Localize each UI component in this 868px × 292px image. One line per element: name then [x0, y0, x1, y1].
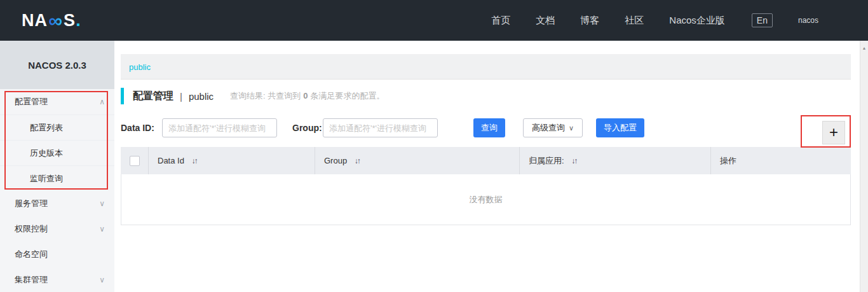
- version-label: NACOS 2.0.3: [0, 41, 114, 89]
- advanced-search-label: 高级查询: [532, 123, 565, 132]
- result-suffix: 条满足要求的配置。: [311, 91, 385, 101]
- infinity-icon: ∞: [48, 11, 63, 31]
- sort-icon[interactable]: ↓↑: [571, 156, 576, 165]
- data-id-input[interactable]: [162, 118, 277, 137]
- sidebar-item-namespace[interactable]: 命名空间: [0, 242, 114, 267]
- top-nav: 首页 文档 博客 社区 Nacos企业版 En nacos: [466, 13, 868, 27]
- sidebar-item-label: 权限控制: [15, 224, 48, 233]
- chevron-down-icon: ∨: [99, 267, 105, 292]
- query-result-text: 查询结果: 共查询到0条满足要求的配置。: [230, 90, 384, 102]
- vertical-scrollbar[interactable]: ▲: [860, 41, 868, 292]
- nav-item-community[interactable]: 社区: [625, 15, 644, 27]
- sort-icon[interactable]: ↓↑: [355, 156, 360, 165]
- top-header: NA∞S. 首页 文档 博客 社区 Nacos企业版 En nacos: [0, 0, 868, 41]
- group-input[interactable]: [323, 118, 438, 137]
- nav-item-docs[interactable]: 文档: [536, 15, 555, 27]
- group-label: Group:: [292, 118, 322, 138]
- search-button[interactable]: 查询: [473, 118, 505, 137]
- nav-item-blog[interactable]: 博客: [580, 15, 599, 27]
- sidebar-item-label: 服务管理: [15, 198, 48, 208]
- sidebar-item-config-list[interactable]: 配置列表: [0, 115, 114, 140]
- add-config-button[interactable]: +: [822, 121, 845, 144]
- sidebar: NACOS 2.0.3 配置管理 ∧ 配置列表 历史版本 监听查询 服务管理 ∨…: [0, 41, 114, 292]
- empty-state-text: 没有数据: [470, 194, 503, 205]
- config-table: Data Id ↓↑ Group ↓↑ 归属应用: ↓↑ 操作 没有数据: [121, 147, 851, 225]
- nacos-logo[interactable]: NA∞S.: [22, 11, 81, 31]
- column-label: Group: [324, 156, 347, 165]
- title-accent-bar: [121, 88, 124, 104]
- title-namespace: public: [189, 91, 214, 102]
- import-config-button[interactable]: 导入配置: [596, 118, 644, 137]
- sidebar-item-cluster-management[interactable]: 集群管理 ∨: [0, 267, 114, 292]
- page-title-row: 配置管理 | public 查询结果: 共查询到0条满足要求的配置。: [121, 88, 851, 104]
- language-toggle[interactable]: En: [752, 13, 773, 27]
- chevron-down-icon: ∨: [99, 191, 105, 216]
- header-cell-group: Group ↓↑: [315, 147, 519, 174]
- scroll-up-icon[interactable]: ▲: [860, 41, 868, 50]
- breadcrumb-namespace[interactable]: public: [129, 62, 151, 72]
- result-prefix: 查询结果: 共查询到: [230, 91, 301, 101]
- column-label: 操作: [720, 156, 736, 165]
- nav-item-home[interactable]: 首页: [491, 15, 510, 27]
- sidebar-menu: 配置管理 ∧ 配置列表 历史版本 监听查询 服务管理 ∨ 权限控制 ∨ 命名空间…: [0, 89, 114, 292]
- header-cell-data-id: Data Id ↓↑: [148, 147, 315, 174]
- chevron-down-icon: ∨: [569, 124, 574, 132]
- sidebar-item-label: 命名空间: [15, 249, 48, 259]
- title-separator: |: [180, 91, 182, 102]
- page-title: 配置管理: [133, 90, 173, 103]
- sidebar-item-listener-query[interactable]: 监听查询: [0, 165, 114, 191]
- sidebar-item-config-management[interactable]: 配置管理 ∧: [0, 89, 114, 115]
- chevron-down-icon: ∨: [99, 216, 105, 242]
- result-count: 0: [303, 91, 308, 101]
- sidebar-item-label: 配置管理: [15, 97, 48, 106]
- current-user[interactable]: nacos: [798, 16, 818, 25]
- sidebar-item-access-control[interactable]: 权限控制 ∨: [0, 216, 114, 242]
- sidebar-item-service-management[interactable]: 服务管理 ∨: [0, 191, 114, 216]
- nav-item-enterprise[interactable]: Nacos企业版: [669, 15, 725, 27]
- chevron-up-icon: ∧: [99, 89, 105, 115]
- data-id-label: Data ID:: [121, 118, 154, 138]
- table-header-row: Data Id ↓↑ Group ↓↑ 归属应用: ↓↑ 操作: [121, 147, 851, 174]
- header-cell-application: 归属应用: ↓↑: [519, 147, 710, 174]
- sidebar-item-label: 集群管理: [15, 275, 48, 284]
- header-cell-checkbox: [121, 147, 148, 174]
- select-all-checkbox[interactable]: [130, 156, 140, 166]
- sort-icon[interactable]: ↓↑: [192, 156, 197, 165]
- advanced-search-button[interactable]: 高级查询∨: [523, 118, 583, 137]
- column-label: 归属应用:: [529, 156, 564, 165]
- logo-dot: .: [76, 11, 81, 31]
- sidebar-item-history-versions[interactable]: 历史版本: [0, 140, 114, 165]
- filter-toolbar: Data ID: Group: 查询 高级查询∨ 导入配置: [121, 118, 851, 138]
- table-empty-body: 没有数据: [121, 174, 851, 225]
- breadcrumb: public: [121, 54, 851, 80]
- column-label: Data Id: [158, 156, 184, 165]
- header-cell-operation: 操作: [710, 147, 851, 174]
- logo-text-na: NA: [22, 11, 48, 31]
- logo-text-s: S: [64, 11, 76, 31]
